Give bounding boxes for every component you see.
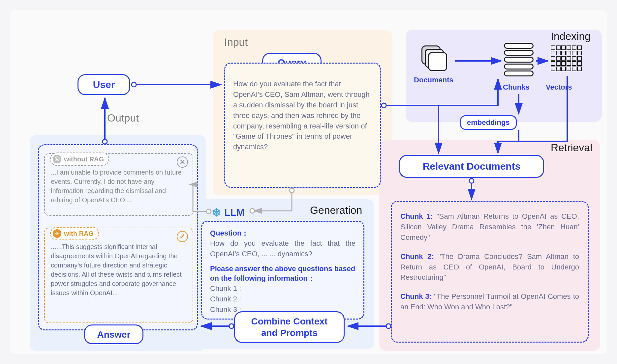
user-node: User: [77, 74, 130, 95]
llm-node: ❄ LLM: [212, 206, 245, 219]
chunk1-label: Chunk 1:: [400, 212, 433, 220]
section-title-indexing: Indexing: [551, 30, 591, 42]
retrieval-chunks-box: Chunk 1: "Sam Altman Returns to OpenAI a…: [391, 201, 589, 343]
snowflake-icon: ❄: [212, 206, 221, 219]
combine-node: Combine Context and Prompts: [234, 311, 345, 343]
section-title-output: Output: [107, 112, 139, 124]
gen-chunk1: Chunk 1 :: [210, 283, 355, 294]
section-title-retrieval: Retrieval: [551, 142, 592, 154]
documents-icon: [421, 45, 448, 72]
without-rag-text: ...I am unable to provide comments on fu…: [51, 168, 187, 205]
generation-prompt-box: Question： How do you evaluate the fact t…: [201, 221, 364, 320]
relevant-documents-node: Relevant Documents: [399, 155, 544, 178]
diagram-canvas: Input Output Indexing Retrieval Generati…: [10, 10, 607, 354]
chunks-icon: [504, 43, 534, 77]
embeddings-label: embeddings: [467, 118, 510, 126]
without-rag-tag-label: without RAG: [64, 154, 104, 164]
section-title-input: Input: [224, 36, 248, 48]
gen-question-label: Question：: [210, 228, 355, 238]
chunk3-label: Chunk 3:: [400, 292, 432, 300]
without-rag-tag: ☹ without RAG: [50, 153, 109, 166]
section-title-generation: Generation: [310, 204, 362, 216]
with-rag-tag: ☺ with RAG: [50, 227, 99, 240]
chunks-label: Chunks: [503, 83, 530, 92]
frown-icon: ☹: [53, 155, 61, 163]
vectors-label: Vectors: [546, 83, 572, 92]
embeddings-pill: embeddings: [460, 115, 517, 130]
with-rag-text: ......This suggests significant internal…: [51, 242, 187, 297]
query-box: How do you evaluate the fact that OpenAI…: [224, 63, 381, 188]
chunk-row-3: Chunk 3: "The Personnel Turmoil at OpenA…: [400, 291, 579, 312]
with-rag-box: ☺ with RAG ✓ ......This suggests signifi…: [44, 228, 193, 323]
x-mark-icon: ✕: [177, 156, 188, 168]
chunk2-label: Chunk 2:: [400, 252, 434, 261]
gen-instruction: Please answer the above questions based …: [210, 264, 355, 283]
vectors-icon: [551, 45, 582, 72]
without-rag-box: ☹ without RAG ✕ ...I am unable to provid…: [44, 153, 193, 216]
gen-chunk2: Chunk 2 :: [210, 294, 355, 304]
documents-label: Documents: [414, 76, 453, 84]
relevant-documents-label: Relevant Documents: [423, 160, 521, 173]
answer-label: Answer: [97, 329, 130, 340]
llm-label: LLM: [224, 207, 245, 218]
svg-point-1: [132, 82, 136, 87]
check-mark-icon: ✓: [177, 231, 188, 242]
gen-question-text: How do you evaluate the fact that the Op…: [210, 238, 355, 259]
query-text: How do you evaluate the fact that OpenAI…: [233, 79, 372, 152]
combine-label: Combine Context and Prompts: [242, 316, 337, 339]
with-rag-tag-label: with RAG: [64, 229, 94, 238]
smile-icon: ☺: [53, 229, 61, 238]
output-box: ☹ without RAG ✕ ...I am unable to provid…: [38, 144, 198, 330]
user-label: User: [93, 78, 115, 91]
answer-node: Answer: [84, 324, 143, 344]
chunk-row-2: Chunk 2: "The Drama Concludes? Sam Altma…: [400, 251, 579, 283]
chunk-row-1: Chunk 1: "Sam Altman Returns to OpenAI a…: [400, 211, 579, 243]
